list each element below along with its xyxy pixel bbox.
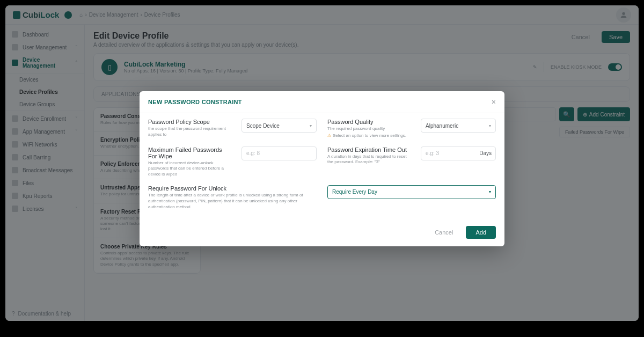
modal-cancel-button[interactable]: Cancel	[427, 226, 460, 239]
quality-warning: ⚠Select an option to view more settings.	[327, 133, 410, 139]
expire-label: Password Expiration Time Out	[327, 146, 410, 153]
quality-label: Password Quality	[327, 119, 410, 125]
scope-hint: the scope that the password requirement …	[148, 126, 231, 138]
scope-label: Password Policy Scope	[148, 119, 231, 125]
require-select[interactable]: Require Every Day▾	[327, 185, 496, 199]
maxfail-hint: Number of incorrect device-unlock passwo…	[148, 160, 231, 178]
warning-icon: ⚠	[327, 133, 331, 138]
quality-hint: The required password quality	[327, 126, 410, 132]
modal-overlay: NEW PASSWORD CONSTRAINT × Password Polic…	[5, 5, 639, 321]
expire-hint: A duration in days that is required to r…	[327, 154, 410, 166]
modal-add-button[interactable]: Add	[466, 226, 496, 239]
scope-select[interactable]: Scope Device▾	[241, 119, 317, 133]
require-hint: The length of time after a device or wor…	[148, 193, 317, 210]
chevron-down-icon: ▾	[310, 123, 312, 128]
maxfail-label: Maximum Failed Passwords For Wipe	[148, 146, 231, 159]
new-password-constraint-modal: NEW PASSWORD CONSTRAINT × Password Polic…	[140, 91, 504, 246]
close-icon[interactable]: ×	[492, 98, 496, 106]
chevron-down-icon: ▾	[489, 189, 491, 194]
chevron-down-icon: ▾	[489, 123, 491, 128]
modal-title: NEW PASSWORD CONSTRAINT	[148, 99, 242, 105]
quality-select[interactable]: Alphanumeric▾	[421, 119, 496, 133]
days-suffix: Days	[479, 146, 492, 160]
maxfail-input[interactable]	[241, 146, 317, 160]
require-label: Require Password For Unlock	[148, 185, 317, 192]
